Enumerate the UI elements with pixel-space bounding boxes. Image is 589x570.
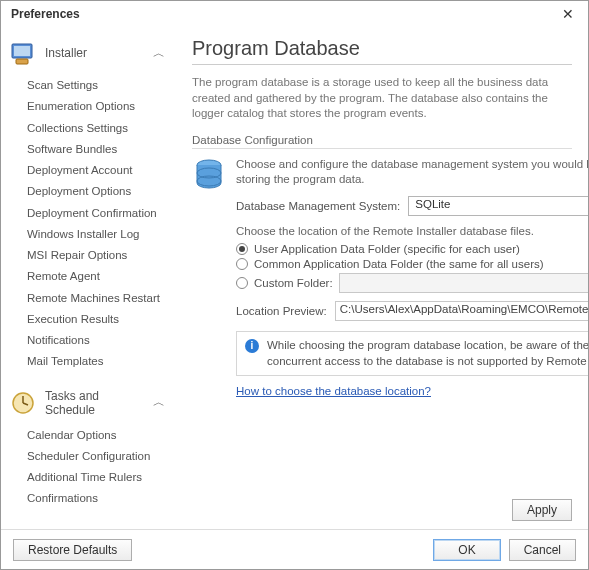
config-intro: Choose and configure the database manage… (236, 157, 588, 188)
sidebar-item[interactable]: Scan Settings (27, 75, 168, 96)
clock-icon (9, 389, 37, 417)
sidebar-item[interactable]: MSI Repair Options (27, 245, 168, 266)
custom-folder-input[interactable] (339, 273, 588, 293)
svg-rect-1 (14, 46, 30, 56)
section-label: Tasks and Schedule (45, 389, 144, 417)
window-title: Preferences (11, 7, 80, 21)
sidebar-item[interactable]: Deployment Options (27, 181, 168, 202)
radio-common-folder[interactable]: Common Application Data Folder (the same… (236, 258, 588, 270)
config-body: Choose and configure the database manage… (236, 157, 588, 399)
sidebar-item[interactable]: Windows Installer Log (27, 224, 168, 245)
radio-icon[interactable] (236, 277, 248, 289)
sidebar-item[interactable]: Enumeration Options (27, 96, 168, 117)
sidebar-item[interactable]: Calendar Options (27, 425, 168, 446)
help-link[interactable]: How to choose the database location? (236, 385, 431, 397)
sidebar-item[interactable]: Remote Agent (27, 266, 168, 287)
tasks-items: Calendar Options Scheduler Configuration… (7, 423, 168, 520)
note-text: While choosing the program database loca… (267, 338, 588, 369)
note-box: i While choosing the program database lo… (236, 331, 588, 376)
sidebar-item[interactable]: Deployment Account (27, 160, 168, 181)
sidebar-item[interactable]: Execution Results (27, 309, 168, 330)
installer-items: Scan Settings Enumeration Options Collec… (7, 73, 168, 383)
sidebar-item[interactable]: Software Bundles (27, 139, 168, 160)
sidebar-item[interactable]: Confirmations (27, 488, 168, 509)
dbms-label: Database Management System: (236, 200, 400, 212)
sidebar-item[interactable]: Scheduler Configuration (27, 446, 168, 467)
titlebar: Preferences ✕ (1, 1, 588, 27)
sidebar-item[interactable]: Mail Templates (27, 351, 168, 372)
sidebar: Installer ︿ Scan Settings Enumeration Op… (1, 27, 176, 529)
sidebar-section-installer[interactable]: Installer ︿ (7, 33, 168, 73)
config-row: Choose and configure the database manage… (192, 157, 572, 399)
sidebar-item[interactable]: Deployment Confirmation (27, 203, 168, 224)
dbms-value: SQLite (415, 198, 450, 210)
location-preview[interactable]: C:\Users\Alex\AppData\Roaming\EMCO\Remot… (335, 301, 588, 321)
radio-custom-folder[interactable]: Custom Folder: ··· (236, 273, 588, 293)
group-title: Database Configuration (192, 134, 572, 146)
apply-button[interactable]: Apply (512, 499, 572, 521)
sidebar-item[interactable]: Collections Settings (27, 118, 168, 139)
location-intro: Choose the location of the Remote Instal… (236, 224, 588, 240)
preview-label: Location Preview: (236, 305, 327, 317)
restore-defaults-button[interactable]: Restore Defaults (13, 539, 132, 561)
apply-row: Apply (512, 499, 572, 521)
sidebar-item[interactable]: Additional Time Rulers (27, 467, 168, 488)
cancel-button[interactable]: Cancel (509, 539, 576, 561)
preview-row: Location Preview: C:\Users\Alex\AppData\… (236, 301, 588, 321)
chevron-up-icon: ︿ (152, 45, 166, 62)
radio-label: User Application Data Folder (specific f… (254, 243, 520, 255)
radio-label: Custom Folder: (254, 277, 333, 289)
gear-icon (9, 526, 37, 530)
group-divider (192, 148, 572, 149)
ok-button[interactable]: OK (433, 539, 500, 561)
sidebar-section-misc[interactable]: Miscellaneous ︿ (7, 520, 168, 530)
dbms-row: Database Management System: SQLite (236, 196, 588, 216)
close-icon[interactable]: ✕ (556, 6, 580, 22)
radio-icon[interactable] (236, 243, 248, 255)
svg-rect-2 (16, 59, 28, 64)
footer: Restore Defaults OK Cancel (1, 529, 588, 569)
info-icon: i (245, 339, 259, 353)
body: Installer ︿ Scan Settings Enumeration Op… (1, 27, 588, 529)
radio-label: Common Application Data Folder (the same… (254, 258, 544, 270)
installer-icon (9, 39, 37, 67)
chevron-up-icon: ︿ (152, 394, 166, 411)
main-panel: Program Database The program database is… (176, 27, 588, 529)
section-label: Installer (45, 46, 144, 60)
database-icon (192, 157, 226, 399)
radio-user-folder[interactable]: User Application Data Folder (specific f… (236, 243, 588, 255)
dbms-select[interactable]: SQLite (408, 196, 588, 216)
page-title: Program Database (192, 37, 572, 65)
page-description: The program database is a storage used t… (192, 75, 572, 122)
sidebar-item[interactable]: Notifications (27, 330, 168, 351)
sidebar-item[interactable]: Remote Machines Restart (27, 288, 168, 309)
radio-icon[interactable] (236, 258, 248, 270)
sidebar-section-tasks[interactable]: Tasks and Schedule ︿ (7, 383, 168, 423)
